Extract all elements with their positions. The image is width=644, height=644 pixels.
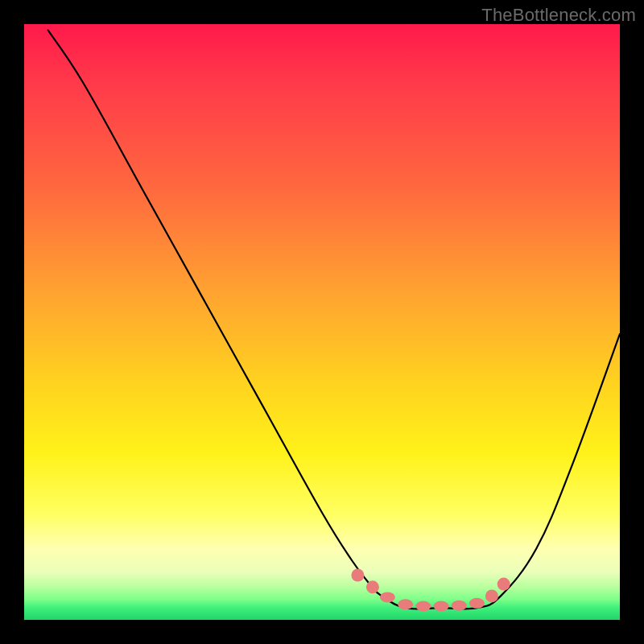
bead-marker: [434, 601, 449, 612]
bead-marker: [452, 601, 467, 611]
bead-marker: [415, 601, 431, 612]
plot-area: [24, 24, 620, 620]
bead-marker: [469, 598, 485, 609]
chart-svg: [24, 24, 620, 620]
highlight-beads: [351, 569, 510, 612]
bottleneck-curve: [48, 30, 620, 609]
bead-marker: [497, 578, 510, 591]
bead-marker: [398, 599, 413, 609]
bead-marker: [380, 592, 395, 602]
outer-frame: TheBottleneck.com: [0, 0, 644, 644]
bead-marker: [366, 580, 379, 593]
bead-marker: [351, 569, 364, 582]
bead-marker: [485, 589, 498, 602]
watermark-text: TheBottleneck.com: [481, 5, 636, 26]
